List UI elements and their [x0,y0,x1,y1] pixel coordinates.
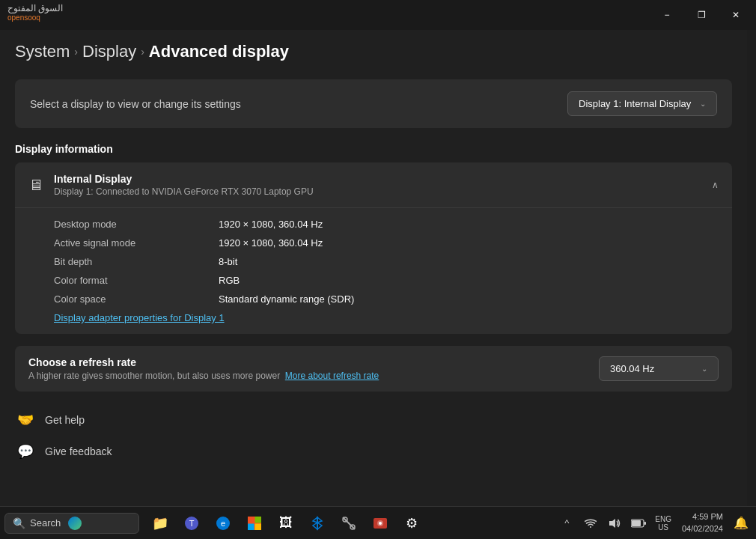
get-help-icon: 🤝 [15,409,36,430]
svg-marker-9 [317,517,322,529]
file-explorer-icon[interactable]: 📁 [145,510,175,537]
display-info-title: Display information [15,143,732,155]
desktop-mode-value: 1920 × 1080, 360.04 Hz [219,219,323,230]
give-feedback-icon: 💬 [15,441,36,462]
edge-icon[interactable]: e [208,510,238,537]
refresh-chevron-icon: ⌄ [701,365,707,373]
display-info-card-header[interactable]: 🖥 Internal Display Display 1: Connected … [15,162,732,207]
breadcrumb-current: Advanced display [149,42,289,61]
restore-button[interactable]: ❐ [684,1,719,28]
language-indicator[interactable]: ENG US [652,514,674,533]
taskbar: 🔍 Search 📁 T e 🖼 [0,506,756,539]
lang-top: ENG [655,515,671,523]
chevron-down-icon: ⌄ [700,100,706,108]
bit-depth-row: Bit depth 8-bit [54,256,719,267]
breadcrumb-sep2: › [141,46,144,58]
notification-button[interactable]: 🔔 [731,513,752,534]
svg-marker-10 [313,517,317,529]
color-format-value: RGB [219,275,240,286]
search-bar[interactable]: 🔍 Search [4,513,139,534]
display-card-body: Desktop mode 1920 × 1080, 360.04 Hz Acti… [15,207,732,334]
svg-rect-5 [248,517,254,523]
display-card-left: 🖥 Internal Display Display 1: Connected … [28,173,314,197]
svg-rect-19 [644,522,647,525]
tray-chevron-icon[interactable]: ^ [556,513,577,534]
search-text: Search [30,517,61,529]
wifi-icon[interactable] [580,513,601,534]
svg-rect-20 [632,520,641,526]
breadcrumb: System › Display › Advanced display [15,42,732,61]
photos-icon[interactable]: 🖼 [271,510,301,537]
taskbar-icons: 📁 T e 🖼 [142,510,553,537]
media-icon[interactable] [365,510,395,537]
display-dropdown[interactable]: Display 1: Internal Display ⌄ [567,91,717,116]
svg-text:T: T [189,519,195,528]
minimize-button[interactable]: − [650,1,684,28]
display-card-title: Internal Display [54,173,314,185]
monitor-icon: 🖥 [28,177,43,194]
active-signal-row: Active signal mode 1920 × 1080, 360.04 H… [54,237,719,249]
refresh-rate-dropdown[interactable]: 360.04 Hz ⌄ [599,356,719,381]
refresh-rate-card: Choose a refresh rate A higher rate give… [15,346,732,392]
svg-marker-17 [609,519,615,528]
get-help-item[interactable]: 🤝 Get help [15,409,732,430]
bit-depth-value: 8-bit [219,256,237,267]
display-info-card: 🖥 Internal Display Display 1: Connected … [15,162,732,334]
refresh-desc-text: A higher rate gives smoother motion, but… [28,371,280,381]
color-space-value: Standard dynamic range (SDR) [219,293,354,305]
svg-text:e: e [221,519,225,528]
teams-icon[interactable]: T [177,510,207,537]
chevron-up-icon: ∧ [712,180,719,190]
breadcrumb-display[interactable]: Display [82,42,136,61]
color-space-label: Color space [54,293,204,305]
get-help-label: Get help [45,414,85,426]
display-card-info: Internal Display Display 1: Connected to… [54,173,314,197]
refresh-desc: A higher rate gives smoother motion, but… [28,371,379,381]
refresh-title: Choose a refresh rate [28,356,379,368]
give-feedback-label: Give feedback [45,445,112,457]
battery-icon[interactable] [628,513,649,534]
app-logo: السوق المفتوح opensooq [7,3,63,22]
cortana-icon [68,517,82,530]
desktop-mode-row: Desktop mode 1920 × 1080, 360.04 Hz [54,219,719,230]
display-card-subtitle: Display 1: Connected to NVIDIA GeForce R… [54,186,314,197]
color-format-label: Color format [54,275,204,286]
color-format-row: Color format RGB [54,275,719,286]
svg-line-11 [343,517,355,529]
search-icon: 🔍 [13,517,25,529]
refresh-rate-link[interactable]: More about refresh rate [285,371,379,381]
active-signal-label: Active signal mode [54,237,204,249]
select-display-label: Select a display to view or change its s… [30,98,241,110]
settings-icon[interactable]: ⚙ [397,510,427,537]
color-space-row: Color space Standard dynamic range (SDR) [54,293,719,305]
logo-arabic: السوق المفتوح [7,3,63,13]
bluetooth-icon[interactable] [302,510,332,537]
svg-point-16 [379,522,382,525]
bit-depth-label: Bit depth [54,256,204,267]
refresh-rate-value: 360.04 Hz [610,363,654,374]
logo-english: opensooq [7,13,63,22]
adapter-properties-link[interactable]: Display adapter properties for Display 1 [54,312,719,323]
title-bar: السوق المفتوح opensooq − ❐ ✕ [0,0,756,30]
snipping-icon[interactable] [334,510,364,537]
breadcrumb-sep1: › [74,46,78,58]
desktop-mode-label: Desktop mode [54,219,204,230]
svg-rect-8 [255,523,262,530]
help-section: 🤝 Get help 💬 Give feedback [15,409,732,462]
select-display-row: Select a display to view or change its s… [15,79,732,128]
lang-bottom: US [658,523,668,532]
display-dropdown-value: Display 1: Internal Display [579,98,691,109]
close-button[interactable]: ✕ [719,1,753,28]
svg-rect-6 [255,517,262,523]
give-feedback-item[interactable]: 💬 Give feedback [15,441,732,462]
refresh-left: Choose a refresh rate A higher rate give… [28,356,379,381]
sound-icon[interactable] [604,513,625,534]
svg-rect-7 [248,523,254,530]
clock[interactable]: 4:59 PM 04/02/2024 [677,510,728,536]
active-signal-value: 1920 × 1080, 360.04 Hz [219,237,323,249]
system-tray: ^ ENG US [556,510,752,536]
store-icon[interactable] [240,510,269,537]
clock-time: 4:59 PM [692,511,723,523]
main-content: System › Display › Advanced display Sele… [0,30,747,506]
breadcrumb-system[interactable]: System [15,42,70,61]
